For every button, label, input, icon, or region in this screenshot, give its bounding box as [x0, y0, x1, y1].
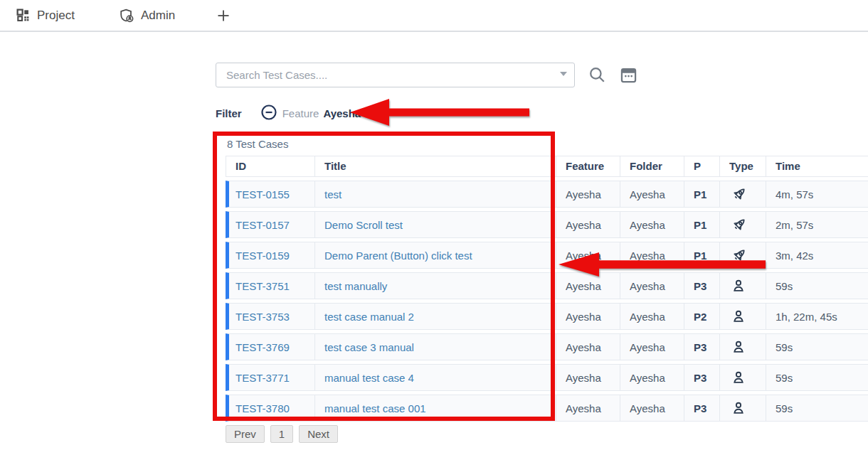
test-case-table-block: 8 Test Cases ID Title Feature Folder P T…	[226, 136, 868, 425]
feature-cell: Ayesha	[556, 181, 620, 208]
filter-field-value: Ayesha	[323, 107, 361, 119]
plus-icon	[216, 9, 231, 23]
project-grid-icon	[16, 8, 31, 23]
time-cell: 4m, 57s	[766, 181, 868, 208]
remove-filter-button[interactable]	[260, 104, 277, 123]
test-case-id-link[interactable]: TEST-0155	[235, 188, 290, 200]
filter-label: Filter	[216, 107, 242, 119]
folder-cell: Ayesha	[620, 333, 684, 360]
test-case-row: TEST-0157 Demo Scroll test Ayesha Ayesha…	[226, 211, 868, 238]
person-icon	[729, 339, 766, 355]
priority-cell: P3	[684, 364, 720, 391]
rocket-icon	[729, 186, 766, 203]
time-cell: 1h, 22m, 45s	[766, 303, 868, 330]
filter-bar: Filter Feature Ayesha	[216, 104, 361, 122]
search-button[interactable]	[588, 65, 606, 87]
admin-shield-icon	[119, 8, 134, 23]
test-case-count: 8 Test Cases	[226, 136, 868, 152]
feature-cell: Ayesha	[556, 272, 620, 299]
folder-cell: Ayesha	[620, 395, 684, 422]
time-cell: 59s	[766, 272, 868, 299]
column-header-id[interactable]: ID	[226, 156, 315, 177]
time-cell: 2m, 57s	[766, 211, 868, 238]
rocket-icon	[729, 216, 766, 233]
priority-cell: P2	[684, 303, 720, 330]
calendar-icon	[619, 75, 638, 87]
test-case-id-link[interactable]: TEST-3780	[235, 402, 290, 414]
test-case-row: TEST-3769 test case 3 manual Ayesha Ayes…	[226, 333, 868, 360]
test-case-title-link[interactable]: test manually	[324, 280, 387, 292]
test-case-title-link[interactable]: test case 3 manual	[324, 341, 414, 353]
feature-cell: Ayesha	[556, 303, 620, 330]
person-icon	[729, 400, 766, 416]
time-cell: 59s	[766, 364, 868, 391]
column-header-priority[interactable]: P	[684, 156, 720, 177]
person-icon	[729, 309, 766, 324]
test-case-title-link[interactable]: manual test case 4	[324, 372, 414, 384]
test-case-row: TEST-3751 test manually Ayesha Ayesha P3	[226, 272, 868, 299]
prev-page-button[interactable]: Prev	[226, 425, 265, 443]
feature-cell: Ayesha	[556, 333, 620, 360]
test-case-id-link[interactable]: TEST-3769	[235, 341, 290, 353]
test-case-row: TEST-3771 manual test case 4 Ayesha Ayes…	[226, 364, 868, 391]
folder-cell: Ayesha	[620, 211, 684, 238]
column-header-time[interactable]: Time	[766, 156, 868, 177]
priority-cell: P3	[684, 272, 720, 299]
folder-cell: Ayesha	[620, 303, 684, 330]
priority-cell: P1	[684, 211, 720, 238]
priority-cell: P1	[684, 242, 720, 269]
folder-cell: Ayesha	[620, 364, 684, 391]
test-case-id-link[interactable]: TEST-0159	[235, 250, 290, 262]
nav-project-label: Project	[37, 9, 75, 23]
nav-tab-project[interactable]: Project	[16, 8, 75, 23]
test-case-row: TEST-0159 Demo Parent (Button) click tes…	[226, 242, 868, 269]
table-header-row: ID Title Feature Folder P Type Time	[226, 156, 868, 177]
person-icon	[729, 370, 766, 385]
table-body: TEST-0155 test Ayesha Ayesha P1	[226, 181, 868, 422]
test-case-id-link[interactable]: TEST-0157	[235, 219, 290, 231]
folder-cell: Ayesha	[620, 242, 684, 269]
page-number-button[interactable]: 1	[270, 425, 293, 443]
test-case-id-link[interactable]: TEST-3771	[235, 372, 290, 384]
time-cell: 3m, 42s	[766, 242, 868, 269]
test-case-title-link[interactable]: Demo Parent (Button) click test	[324, 250, 472, 262]
folder-cell: Ayesha	[620, 272, 684, 299]
person-icon	[729, 278, 766, 294]
filter-field-name: Feature	[282, 107, 319, 119]
column-header-feature[interactable]: Feature	[556, 156, 620, 177]
rocket-icon	[729, 247, 766, 264]
top-navbar: Project Admin	[0, 0, 868, 32]
test-case-title-link[interactable]: manual test case 001	[324, 402, 426, 414]
nav-admin-label: Admin	[141, 9, 175, 23]
test-case-title-link[interactable]: test case manual 2	[324, 311, 414, 323]
feature-cell: Ayesha	[556, 364, 620, 391]
test-case-row: TEST-0155 test Ayesha Ayesha P1	[226, 181, 868, 208]
test-case-title-link[interactable]: test	[324, 188, 342, 200]
nav-tab-admin[interactable]: Admin	[119, 8, 175, 23]
folder-cell: Ayesha	[620, 181, 684, 208]
time-cell: 59s	[766, 333, 868, 360]
calendar-button[interactable]	[619, 65, 638, 87]
priority-cell: P3	[684, 333, 720, 360]
column-header-folder[interactable]: Folder	[620, 156, 684, 177]
feature-cell: Ayesha	[556, 242, 620, 269]
priority-cell: P3	[684, 395, 720, 422]
next-page-button[interactable]: Next	[299, 425, 338, 443]
pagination: Prev 1 Next	[226, 425, 338, 443]
column-header-type[interactable]: Type	[720, 156, 766, 177]
priority-cell: P1	[684, 181, 720, 208]
search-input[interactable]	[216, 63, 575, 87]
search-icon	[588, 74, 606, 86]
feature-cell: Ayesha	[556, 395, 620, 422]
feature-cell: Ayesha	[556, 211, 620, 238]
test-case-id-link[interactable]: TEST-3753	[235, 311, 290, 323]
test-case-title-link[interactable]: Demo Scroll test	[324, 219, 403, 231]
add-tab-button[interactable]	[216, 9, 231, 23]
time-cell: 59s	[766, 395, 868, 422]
annotation-arrow-filter	[350, 99, 529, 126]
test-case-row: TEST-3780 manual test case 001 Ayesha Ay…	[226, 395, 868, 422]
column-header-title[interactable]: Title	[315, 156, 556, 177]
test-case-table: ID Title Feature Folder P Type Time TEST…	[226, 152, 868, 425]
test-case-row: TEST-3753 test case manual 2 Ayesha Ayes…	[226, 303, 868, 330]
test-case-id-link[interactable]: TEST-3751	[235, 280, 290, 292]
